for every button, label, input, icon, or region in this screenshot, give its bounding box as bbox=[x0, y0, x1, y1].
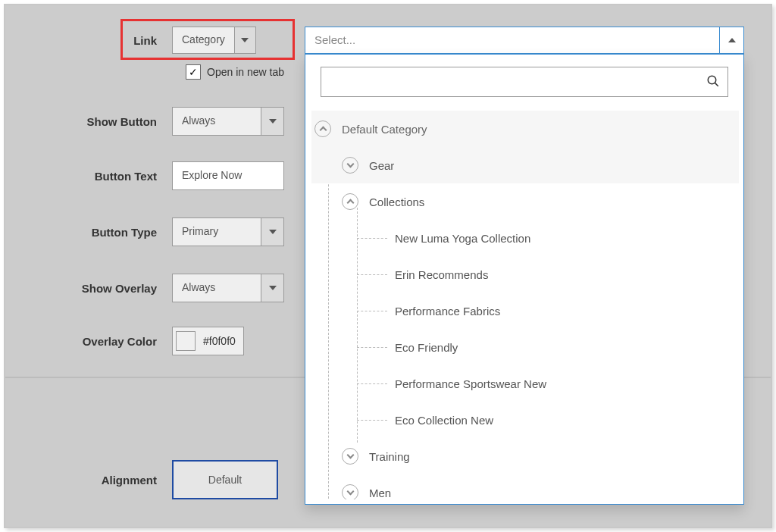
caret-up-icon bbox=[719, 27, 743, 53]
chevron-down-icon[interactable] bbox=[342, 484, 358, 499]
caret-down-icon bbox=[261, 108, 283, 135]
overlay-color-picker[interactable]: #f0f0f0 bbox=[172, 327, 244, 355]
tree-connector bbox=[357, 274, 387, 275]
tree-item[interactable]: Collections bbox=[311, 183, 739, 220]
tree-item[interactable]: Eco Collection New bbox=[311, 402, 739, 438]
tree-item[interactable]: Training bbox=[311, 438, 739, 474]
tree-item[interactable]: Erin Recommends bbox=[311, 256, 739, 293]
row-button-text: Button Text Explore Now bbox=[5, 161, 284, 190]
tree-root-label: Default Category bbox=[342, 123, 427, 136]
tree-item-label: Collections bbox=[369, 196, 424, 208]
tree-connector bbox=[357, 347, 387, 348]
row-alignment: Alignment Default bbox=[5, 460, 283, 499]
show-button-label: Show Button bbox=[5, 115, 172, 128]
tree-connector bbox=[357, 383, 387, 384]
button-text-label: Button Text bbox=[5, 170, 172, 183]
tree-item[interactable]: Performance Sportswear New bbox=[311, 365, 739, 402]
caret-down-icon bbox=[261, 274, 283, 302]
alignment-label: Alignment bbox=[5, 474, 172, 487]
tree-item[interactable]: Men bbox=[311, 474, 739, 499]
alignment-default-button[interactable]: Default bbox=[172, 460, 278, 499]
show-overlay-select[interactable]: Always bbox=[172, 274, 284, 302]
button-text-value: Explore Now bbox=[182, 169, 242, 181]
show-button-value: Always bbox=[173, 108, 261, 135]
link-type-value: Category bbox=[173, 27, 234, 53]
tree-root[interactable]: Default Category bbox=[311, 111, 739, 147]
link-target-placeholder: Select... bbox=[305, 27, 719, 53]
open-new-tab-checkbox[interactable]: ✓ bbox=[186, 64, 201, 80]
tree-item[interactable]: Eco Friendly bbox=[311, 329, 739, 365]
row-link: Link Category bbox=[5, 27, 256, 54]
row-overlay-color: Overlay Color #f0f0f0 bbox=[5, 327, 244, 355]
show-button-select[interactable]: Always bbox=[172, 107, 284, 136]
alignment-default-text: Default bbox=[208, 474, 242, 486]
button-text-input[interactable]: Explore Now bbox=[172, 161, 284, 190]
tree-item-label: Eco Collection New bbox=[395, 414, 493, 427]
link-target-select[interactable]: Select... bbox=[305, 27, 744, 54]
category-tree[interactable]: Default Category GearCollectionsNew Luma… bbox=[311, 111, 739, 499]
chevron-down-icon[interactable] bbox=[342, 448, 358, 465]
tree-item-label: Erin Recommends bbox=[395, 268, 488, 281]
category-dropdown-panel: Default Category GearCollectionsNew Luma… bbox=[305, 54, 744, 505]
open-new-tab-row: ✓ Open in new tab bbox=[186, 64, 284, 80]
open-new-tab-label: Open in new tab bbox=[207, 66, 284, 78]
button-type-value: Primary bbox=[173, 218, 261, 246]
row-show-overlay: Show Overlay Always bbox=[5, 274, 284, 302]
link-label: Link bbox=[5, 34, 172, 47]
chevron-down-icon[interactable] bbox=[342, 157, 358, 174]
tree-item-label: Training bbox=[369, 450, 410, 463]
tree-item[interactable]: New Luma Yoga Collection bbox=[311, 220, 739, 256]
button-type-select[interactable]: Primary bbox=[172, 217, 284, 246]
tree-connector bbox=[357, 311, 387, 311]
overlay-color-swatch bbox=[176, 331, 196, 351]
tree-item-label: Eco Friendly bbox=[395, 341, 458, 354]
caret-down-icon bbox=[261, 218, 283, 246]
show-overlay-label: Show Overlay bbox=[5, 282, 172, 295]
row-button-type: Button Type Primary bbox=[5, 217, 284, 246]
tree-connector bbox=[357, 238, 387, 239]
tree-item-label: Performance Sportswear New bbox=[395, 377, 546, 390]
button-type-label: Button Type bbox=[5, 226, 172, 239]
overlay-color-label: Overlay Color bbox=[5, 335, 172, 348]
tree-connector bbox=[357, 420, 387, 421]
tree-item-label: New Luma Yoga Collection bbox=[395, 232, 530, 245]
row-show-button: Show Button Always bbox=[5, 107, 284, 136]
tree-item-label: Performance Fabrics bbox=[395, 305, 500, 318]
tree-item[interactable]: Performance Fabrics bbox=[311, 293, 739, 329]
category-search-wrap bbox=[321, 67, 728, 97]
show-overlay-value: Always bbox=[173, 274, 261, 302]
svg-line-1 bbox=[715, 83, 718, 86]
link-type-select[interactable]: Category bbox=[172, 27, 256, 54]
chevron-up-icon[interactable] bbox=[342, 193, 358, 210]
overlay-color-value: #f0f0f0 bbox=[203, 335, 236, 347]
svg-point-0 bbox=[708, 76, 716, 84]
search-icon[interactable] bbox=[706, 74, 720, 90]
tree-item-label: Men bbox=[369, 487, 391, 499]
chevron-up-icon[interactable] bbox=[314, 120, 331, 137]
tree-item-label: Gear bbox=[369, 159, 394, 172]
caret-down-icon bbox=[234, 27, 255, 53]
category-search-input[interactable] bbox=[330, 75, 706, 89]
tree-item[interactable]: Gear bbox=[311, 147, 739, 183]
